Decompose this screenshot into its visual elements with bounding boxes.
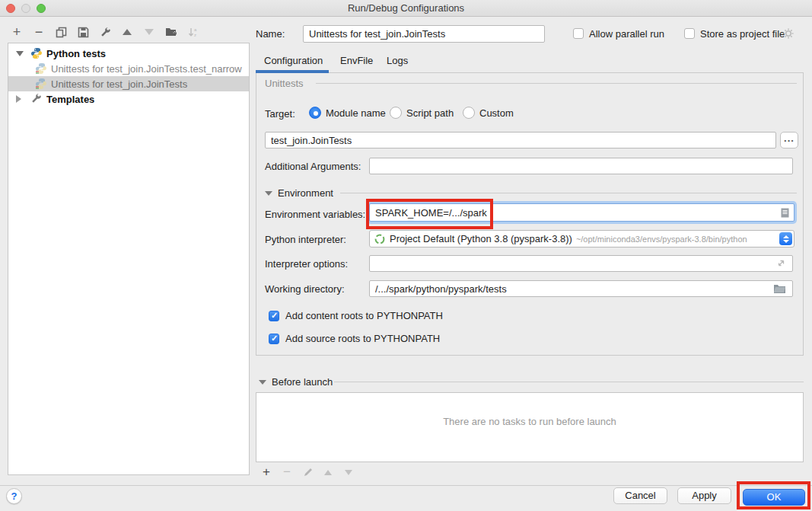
before-launch-toolbar: + − bbox=[260, 466, 355, 478]
radio-unselected-icon[interactable] bbox=[390, 107, 402, 119]
radio-unselected-icon[interactable] bbox=[463, 107, 475, 119]
target-option-label: Custom bbox=[479, 107, 514, 119]
tab-logs[interactable]: Logs bbox=[387, 55, 408, 70]
name-input[interactable] bbox=[303, 25, 545, 43]
edit-task-icon bbox=[301, 466, 314, 478]
allow-parallel-run-checkbox[interactable] bbox=[573, 28, 584, 39]
allow-parallel-run-label: Allow parallel run bbox=[589, 28, 664, 40]
tree-item-label: Unittests for test_join.JoinTests.test_n… bbox=[51, 63, 242, 75]
add-content-roots-checkbox[interactable] bbox=[269, 311, 279, 321]
add-source-roots-label: Add source roots to PYTHONPATH bbox=[285, 333, 440, 344]
python-test-icon bbox=[35, 78, 47, 90]
active-tab-indicator bbox=[256, 70, 329, 73]
svg-text:z: z bbox=[194, 33, 196, 37]
store-as-project-file-label: Store as project file bbox=[700, 28, 785, 40]
additional-arguments-label: Additional Arguments: bbox=[265, 161, 361, 172]
edit-defaults-wrench-icon[interactable] bbox=[99, 26, 111, 38]
run-debug-configurations-dialog: Run/Debug Configurations + − az Pytho bbox=[0, 0, 812, 511]
collapse-caret-icon[interactable] bbox=[265, 191, 272, 196]
move-task-up-icon bbox=[322, 466, 334, 478]
empty-tasks-message: There are no tasks to run before launch bbox=[256, 416, 803, 427]
add-task-icon[interactable]: + bbox=[260, 466, 272, 478]
save-icon[interactable] bbox=[77, 26, 89, 38]
interpreter-options-input[interactable] bbox=[369, 255, 793, 272]
title-bar: Run/Debug Configurations bbox=[0, 0, 812, 17]
python-interpreter-label: Python interpreter: bbox=[265, 234, 346, 245]
browse-module-button[interactable]: ... bbox=[780, 132, 798, 149]
python-test-icon bbox=[35, 62, 47, 75]
ok-button[interactable]: OK bbox=[743, 489, 805, 506]
before-launch-tasks-list[interactable]: There are no tasks to run before launch bbox=[256, 392, 804, 462]
remove-task-icon: − bbox=[281, 466, 293, 478]
interpreter-options-label: Interpreter options: bbox=[265, 258, 348, 270]
browse-folder-icon[interactable] bbox=[773, 283, 786, 293]
tree-item-unittests-jointests-selected[interactable]: Unittests for test_join.JoinTests bbox=[8, 76, 249, 91]
new-folder-icon[interactable] bbox=[165, 26, 177, 38]
name-label: Name: bbox=[256, 28, 285, 40]
move-up-icon[interactable] bbox=[121, 26, 133, 38]
add-content-roots-row[interactable]: Add content roots to PYTHONPATH bbox=[269, 310, 443, 321]
environment-section-header[interactable]: Environment bbox=[265, 187, 333, 199]
window-title: Run/Debug Configurations bbox=[0, 2, 812, 14]
tree-item-label: Unittests for test_join.JoinTests bbox=[51, 78, 187, 90]
tree-item-label: Python tests bbox=[46, 48, 106, 59]
collapse-caret-icon[interactable] bbox=[259, 380, 266, 385]
move-down-icon bbox=[143, 26, 155, 38]
browse-variables-icon[interactable] bbox=[781, 208, 789, 218]
working-directory-input[interactable] bbox=[369, 280, 793, 297]
target-option-custom[interactable]: Custom bbox=[463, 107, 514, 119]
python-interpreter-select[interactable]: Project Default (Python 3.8 (pyspark-3.8… bbox=[369, 230, 794, 248]
target-option-module-name[interactable]: Module name bbox=[309, 107, 386, 119]
tree-item-python-tests[interactable]: Python tests bbox=[8, 46, 249, 61]
conda-env-icon bbox=[374, 234, 385, 244]
environment-variables-label: Environment variables: bbox=[265, 209, 365, 220]
copy-icon[interactable] bbox=[55, 26, 67, 38]
target-option-label: Module name bbox=[326, 107, 386, 119]
sort-alphabetically-icon: az bbox=[187, 26, 199, 38]
environment-variables-field bbox=[369, 203, 794, 222]
apply-button[interactable]: Apply bbox=[677, 487, 731, 504]
radio-selected-icon[interactable] bbox=[309, 107, 321, 119]
target-option-label: Script path bbox=[406, 107, 454, 119]
configurations-tree: Python tests Unittests for test_join.Joi… bbox=[8, 43, 250, 475]
expand-caret-icon[interactable] bbox=[16, 95, 21, 103]
tree-item-unittests-test-narrow[interactable]: Unittests for test_join.JoinTests.test_n… bbox=[8, 61, 249, 76]
target-label: Target: bbox=[265, 108, 295, 120]
additional-arguments-input[interactable] bbox=[369, 158, 793, 174]
store-as-project-file-checkbox[interactable] bbox=[684, 28, 695, 39]
add-source-roots-checkbox[interactable] bbox=[269, 334, 279, 344]
before-launch-section-header[interactable]: Before launch bbox=[259, 376, 333, 388]
gear-icon[interactable] bbox=[782, 27, 794, 40]
environment-section-title: Environment bbox=[278, 187, 333, 199]
working-directory-label: Working directory: bbox=[265, 283, 345, 295]
tab-envfile[interactable]: EnvFile bbox=[340, 55, 373, 70]
collapse-caret-icon[interactable] bbox=[16, 51, 24, 56]
target-option-script-path[interactable]: Script path bbox=[390, 107, 454, 119]
tab-configuration[interactable]: Configuration bbox=[264, 55, 323, 70]
python-interpreter-path: ~/opt/miniconda3/envs/pyspark-3.8/bin/py… bbox=[576, 235, 747, 244]
add-source-roots-row[interactable]: Add source roots to PYTHONPATH bbox=[269, 333, 440, 344]
before-launch-title: Before launch bbox=[272, 376, 333, 388]
combo-stepper-icon[interactable] bbox=[779, 232, 792, 245]
configuration-panel: Unittests Target: Module name Script pat… bbox=[256, 72, 804, 356]
python-icon bbox=[30, 47, 43, 59]
configurations-toolbar: + − az bbox=[11, 24, 199, 40]
tree-item-label: Templates bbox=[46, 94, 94, 105]
remove-icon[interactable]: − bbox=[33, 26, 45, 38]
help-button[interactable]: ? bbox=[6, 488, 22, 504]
svg-text:a: a bbox=[194, 27, 197, 32]
environment-variables-input[interactable] bbox=[370, 207, 781, 219]
tree-item-templates[interactable]: Templates bbox=[8, 91, 249, 107]
unittests-group-title: Unittests bbox=[265, 78, 304, 89]
python-interpreter-value: Project Default (Python 3.8 (pyspark-3.8… bbox=[390, 233, 572, 244]
wrench-icon bbox=[30, 93, 43, 105]
cancel-button[interactable]: Cancel bbox=[613, 487, 667, 504]
add-icon[interactable]: + bbox=[11, 26, 23, 38]
add-content-roots-label: Add content roots to PYTHONPATH bbox=[285, 310, 443, 321]
move-task-down-icon bbox=[342, 466, 355, 478]
module-name-input[interactable] bbox=[265, 132, 776, 149]
expand-field-icon[interactable] bbox=[776, 258, 786, 268]
